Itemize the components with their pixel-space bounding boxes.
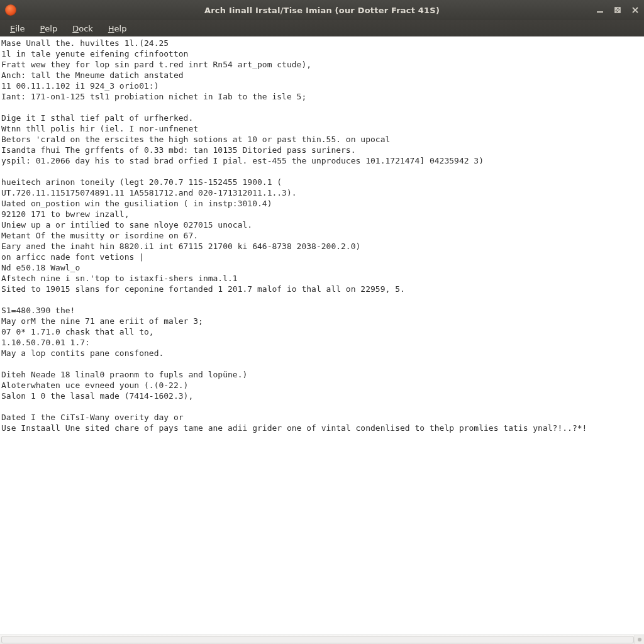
resize-grip[interactable] [635, 635, 644, 644]
horizontal-scrollbar[interactable] [0, 635, 635, 644]
editor-viewport[interactable]: Mase Unall the. huviltes 1l.(24.25 1l in… [0, 36, 644, 635]
window-controls [591, 0, 644, 20]
minimize-icon [596, 6, 604, 14]
maximize-icon [614, 6, 621, 14]
app-icon [5, 4, 16, 16]
minimize-button[interactable] [591, 0, 609, 20]
svg-rect-0 [597, 11, 603, 13]
menu-item-help[interactable]: Help [101, 20, 135, 36]
close-icon [631, 6, 639, 14]
grip-icon [638, 638, 641, 641]
menu-item-pelp[interactable]: Pelp [32, 20, 65, 36]
editor-text[interactable]: Mase Unall the. huviltes 1l.(24.25 1l in… [0, 36, 644, 435]
menu-mnemonic: P [40, 24, 45, 33]
window-titlebar: Arch Iinall Irstal/Tise Imian (our Dotte… [0, 0, 644, 20]
window-title: Arch Iinall Irstal/Tise Imian (our Dotte… [0, 6, 644, 15]
menu-item-dock[interactable]: Dock [65, 20, 101, 36]
menu-bar: EilePelpDockHelp [0, 20, 644, 37]
menu-item-eile[interactable]: Eile [3, 20, 32, 36]
menu-mnemonic: E [10, 24, 15, 33]
close-button[interactable] [626, 0, 644, 20]
hscroll-track[interactable] [1, 636, 634, 643]
menu-mnemonic: D [72, 24, 79, 33]
maximize-button[interactable] [609, 0, 626, 20]
menu-mnemonic: H [108, 24, 114, 33]
